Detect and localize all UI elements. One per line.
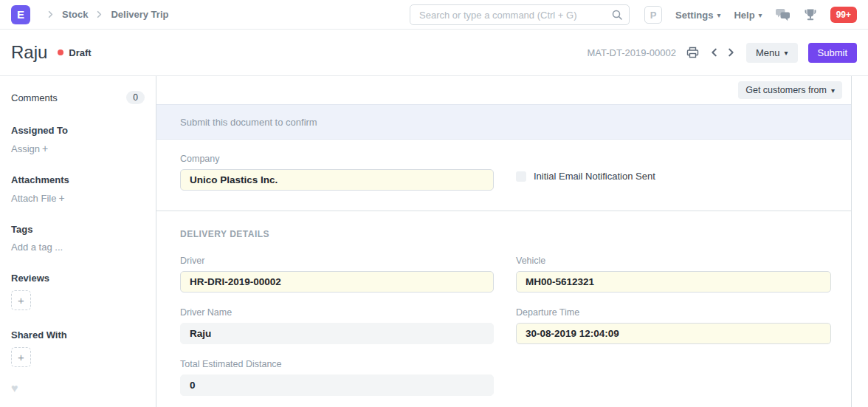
chevron-down-icon: ▾ — [785, 49, 788, 57]
next-doc-icon[interactable] — [726, 47, 736, 58]
driver-label: Driver — [180, 256, 494, 266]
submit-button[interactable]: Submit — [808, 43, 857, 63]
get-customers-from-label: Get customers from — [745, 85, 827, 95]
delivery-details-section: DELIVERY DETAILS — [156, 211, 851, 239]
page-title: Raju — [11, 42, 47, 63]
page-head-actions: MAT-DT-2019-00002 Menu ▾ Submit — [588, 43, 857, 63]
company-input[interactable]: Unico Plastics Inc. — [180, 169, 494, 191]
doc-pagination — [709, 47, 736, 58]
user-avatar-letter: P — [650, 10, 657, 21]
chevron-right-icon — [45, 9, 56, 20]
like-heart-icon[interactable]: ♥ — [11, 382, 18, 395]
search-input[interactable] — [410, 4, 630, 25]
settings-menu[interactable]: Settings ▾ — [675, 10, 720, 21]
total-distance-field: Total Estimated Distance 0 — [180, 359, 494, 396]
delivery-details-heading: DELIVERY DETAILS — [180, 229, 827, 239]
status-label: Draft — [69, 47, 91, 58]
search-icon — [611, 9, 623, 24]
empty-grid-cell — [516, 359, 831, 396]
document-id: MAT-DT-2019-00002 — [588, 47, 676, 58]
assigned-to-heading: Assigned To — [11, 125, 145, 136]
notifications-badge[interactable]: 99+ — [830, 7, 857, 23]
form-main: Get customers from ▾ Submit this documen… — [156, 76, 852, 407]
departure-time-input[interactable]: 30-08-2019 12:04:09 — [516, 323, 831, 344]
app-logo-letter: E — [17, 8, 24, 21]
help-menu[interactable]: Help ▾ — [734, 10, 762, 21]
departure-time-field: Departure Time 30-08-2019 12:04:09 — [516, 307, 831, 344]
breadcrumb-delivery-trip[interactable]: Delivery Trip — [111, 9, 168, 20]
submit-reminder-banner: Submit this document to confirm — [156, 104, 851, 140]
email-notification-label: Initial Email Notification Sent — [534, 171, 655, 182]
add-review-button[interactable]: + — [11, 290, 31, 310]
driver-field: Driver HR-DRI-2019-00002 — [180, 256, 494, 293]
breadcrumb-stock[interactable]: Stock — [62, 9, 88, 20]
attach-file-button[interactable]: Attach File+ — [11, 192, 145, 204]
help-label: Help — [734, 10, 754, 21]
add-tag-input[interactable]: Add a tag ... — [11, 242, 145, 253]
status-badge: Draft — [58, 47, 91, 58]
total-distance-label: Total Estimated Distance — [180, 359, 494, 369]
trophy-icon[interactable] — [804, 8, 817, 21]
plus-icon: + — [18, 351, 24, 363]
chevron-right-icon — [94, 9, 105, 20]
navbar-right: P Settings ▾ Help ▾ 99+ — [644, 0, 857, 30]
menu-button-label: Menu — [756, 47, 780, 58]
reviews-heading: Reviews — [11, 273, 145, 284]
vehicle-field: Vehicle MH00-5612321 — [516, 256, 831, 293]
print-icon[interactable] — [686, 47, 699, 58]
assign-label: Assign — [11, 143, 40, 154]
form-section-delivery: Driver HR-DRI-2019-00002 Vehicle MH00-56… — [156, 239, 851, 396]
body-layout: Comments 0 Assigned To Assign+ Attachmen… — [0, 76, 868, 407]
chevron-down-icon: ▾ — [831, 86, 835, 95]
navbar: E Stock Delivery Trip P Settings ▾ Help … — [0, 0, 868, 30]
driver-name-readonly-value: Raju — [180, 323, 494, 344]
plus-icon: + — [18, 294, 24, 307]
driver-name-label: Driver Name — [180, 307, 494, 318]
company-field: Company Unico Plastics Inc. — [180, 154, 494, 191]
app-logo[interactable]: E — [11, 5, 30, 24]
attach-file-label: Attach File — [11, 193, 56, 204]
driver-input[interactable]: HR-DRI-2019-00002 — [180, 271, 494, 293]
settings-label: Settings — [675, 10, 713, 21]
checkbox-unchecked-icon[interactable] — [516, 171, 526, 182]
form-sidebar: Comments 0 Assigned To Assign+ Attachmen… — [0, 76, 156, 407]
assign-button[interactable]: Assign+ — [11, 143, 145, 154]
plus-icon: + — [42, 143, 48, 154]
previous-doc-icon[interactable] — [709, 47, 720, 58]
form-toolbar: Get customers from ▾ — [156, 76, 851, 104]
banner-text: Submit this document to confirm — [180, 117, 317, 128]
attachments-heading: Attachments — [11, 174, 145, 185]
vehicle-input[interactable]: MH00-5612321 — [516, 271, 831, 293]
add-share-button[interactable]: + — [11, 347, 31, 367]
shared-with-heading: Shared With — [11, 329, 145, 341]
email-notification-field[interactable]: Initial Email Notification Sent — [516, 154, 831, 191]
status-dot-icon — [58, 49, 63, 55]
total-distance-readonly-value: 0 — [180, 374, 494, 396]
driver-name-field: Driver Name Raju — [180, 307, 494, 344]
form-section-company: Company Unico Plastics Inc. Initial Emai… — [156, 140, 851, 211]
sidebar-comments[interactable]: Comments 0 — [11, 91, 145, 104]
tags-heading: Tags — [11, 224, 145, 235]
departure-time-label: Departure Time — [516, 307, 831, 318]
vehicle-label: Vehicle — [516, 256, 831, 266]
menu-button[interactable]: Menu ▾ — [746, 43, 798, 63]
page-head: Raju Draft MAT-DT-2019-00002 Menu ▾ Subm… — [0, 30, 868, 76]
company-label: Company — [180, 154, 494, 164]
comments-label: Comments — [11, 92, 58, 103]
chevron-down-icon: ▾ — [759, 11, 762, 19]
chat-icon[interactable] — [776, 8, 790, 21]
get-customers-from-button[interactable]: Get customers from ▾ — [738, 81, 842, 99]
plus-icon: + — [58, 192, 64, 204]
chevron-down-icon: ▾ — [717, 11, 720, 19]
user-avatar[interactable]: P — [644, 6, 662, 24]
global-search — [410, 4, 630, 25]
comments-count-badge: 0 — [126, 91, 145, 104]
